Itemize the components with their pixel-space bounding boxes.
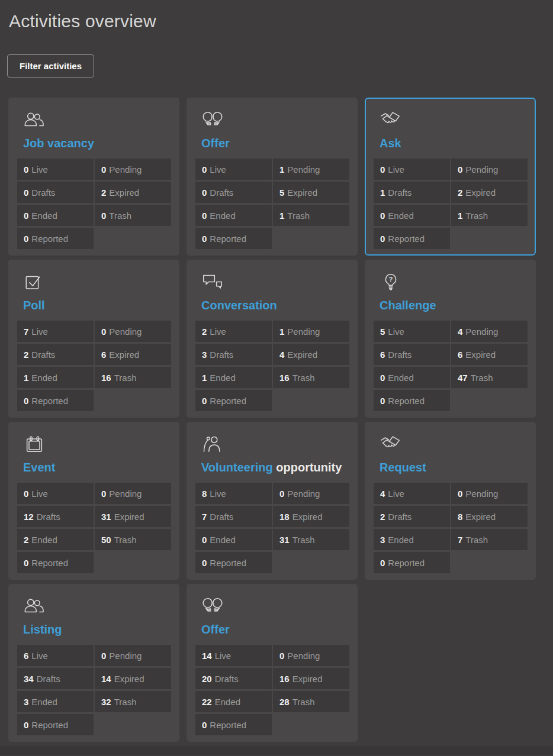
stat-cell-drafts[interactable]: 20Drafts: [195, 668, 272, 689]
stat-cell-pending[interactable]: 1Pending: [273, 321, 349, 342]
stat-cell-reported[interactable]: 0Reported: [17, 552, 94, 573]
stat-cell-reported[interactable]: 0Reported: [374, 228, 450, 249]
card-challenge[interactable]: ?Challenge5Live4Pending6Drafts6Expired0E…: [365, 260, 536, 418]
stat-cell-pending[interactable]: 0Pending: [451, 483, 528, 504]
stat-cell-drafts[interactable]: 0Drafts: [195, 182, 272, 203]
stat-cell-live[interactable]: 4Live: [374, 483, 450, 504]
stat-cell-ended[interactable]: 2Ended: [17, 529, 94, 550]
card-title-offer[interactable]: Offer: [201, 622, 349, 637]
stat-cell-live[interactable]: 2Live: [195, 321, 272, 342]
card-ask[interactable]: Ask0Live0Pending1Drafts2Expired0Ended1Tr…: [365, 98, 536, 256]
stat-cell-expired[interactable]: 8Expired: [451, 506, 528, 527]
stat-cell-pending[interactable]: 0Pending: [95, 645, 171, 666]
stat-cell-pending[interactable]: 0Pending: [95, 483, 171, 504]
stat-cell-ended[interactable]: 22Ended: [195, 691, 272, 712]
stat-cell-live[interactable]: 0Live: [374, 159, 450, 180]
card-event[interactable]: Event0Live0Pending12Drafts31Expired2Ende…: [8, 422, 179, 580]
card-title-listing[interactable]: Listing: [23, 622, 171, 637]
stat-cell-expired[interactable]: 4Expired: [273, 344, 349, 365]
stat-cell-live[interactable]: 6Live: [17, 645, 94, 666]
stat-cell-drafts[interactable]: 6Drafts: [374, 344, 450, 365]
card-listing[interactable]: Listing6Live0Pending34Drafts14Expired3En…: [8, 584, 179, 742]
stat-cell-pending[interactable]: 0Pending: [273, 645, 349, 666]
stat-cell-reported[interactable]: 0Reported: [195, 714, 272, 735]
card-title-conversation[interactable]: Conversation: [201, 298, 349, 313]
card-offer[interactable]: Offer0Live1Pending0Drafts5Expired0Ended1…: [187, 98, 358, 256]
stat-cell-drafts[interactable]: 2Drafts: [17, 344, 94, 365]
stat-cell-drafts[interactable]: 0Drafts: [17, 182, 94, 203]
stat-cell-expired[interactable]: 31Expired: [95, 506, 171, 527]
stat-cell-live[interactable]: 14Live: [195, 645, 272, 666]
stat-cell-trash[interactable]: 32Trash: [95, 691, 171, 712]
stat-cell-ended[interactable]: 0Ended: [374, 205, 450, 226]
stat-cell-live[interactable]: 0Live: [17, 159, 94, 180]
stat-cell-trash[interactable]: 47Trash: [451, 367, 528, 388]
stat-cell-drafts[interactable]: 7Drafts: [195, 506, 272, 527]
stat-cell-trash[interactable]: 1Trash: [451, 205, 528, 226]
card-title-challenge[interactable]: Challenge: [380, 298, 528, 313]
stat-cell-expired[interactable]: 2Expired: [95, 182, 171, 203]
stat-cell-live[interactable]: 0Live: [195, 159, 272, 180]
card-title-request[interactable]: Request: [380, 460, 528, 475]
stat-cell-drafts[interactable]: 12Drafts: [17, 506, 94, 527]
stat-cell-reported[interactable]: 0Reported: [374, 552, 450, 573]
stat-cell-drafts[interactable]: 3Drafts: [195, 344, 272, 365]
stat-cell-reported[interactable]: 0Reported: [195, 552, 272, 573]
stat-cell-ended[interactable]: 3Ended: [17, 691, 94, 712]
stat-cell-expired[interactable]: 5Expired: [273, 182, 349, 203]
card-title-offer[interactable]: Offer: [201, 136, 349, 151]
stat-cell-drafts[interactable]: 2Drafts: [374, 506, 450, 527]
stat-cell-ended[interactable]: 0Ended: [195, 529, 272, 550]
stat-cell-trash[interactable]: 31Trash: [273, 529, 349, 550]
stat-cell-expired[interactable]: 14Expired: [95, 668, 171, 689]
card-title-job-vacancy[interactable]: Job vacancy: [23, 136, 171, 151]
stat-cell-ended[interactable]: 0Ended: [17, 205, 94, 226]
stat-cell-pending[interactable]: 1Pending: [273, 159, 349, 180]
stat-cell-reported[interactable]: 0Reported: [17, 228, 94, 249]
card-title-poll[interactable]: Poll: [23, 298, 171, 313]
stat-cell-trash[interactable]: 16Trash: [273, 367, 349, 388]
stat-cell-expired[interactable]: 2Expired: [451, 182, 528, 203]
card-offer-2[interactable]: Offer14Live0Pending20Drafts16Expired22En…: [187, 584, 358, 742]
stat-cell-pending[interactable]: 0Pending: [95, 321, 171, 342]
stat-cell-reported[interactable]: 0Reported: [195, 390, 272, 411]
stat-cell-live[interactable]: 5Live: [374, 321, 450, 342]
stat-cell-trash[interactable]: 28Trash: [273, 691, 349, 712]
card-title-volunteering-opportunity[interactable]: Volunteering opportunity: [201, 460, 349, 475]
stat-cell-expired[interactable]: 6Expired: [451, 344, 528, 365]
stat-cell-live[interactable]: 0Live: [17, 483, 94, 504]
stat-cell-reported[interactable]: 0Reported: [374, 390, 450, 411]
stat-cell-pending[interactable]: 4Pending: [451, 321, 528, 342]
stat-cell-ended[interactable]: 1Ended: [17, 367, 94, 388]
stat-cell-pending[interactable]: 0Pending: [451, 159, 528, 180]
card-conversation[interactable]: Conversation2Live1Pending3Drafts4Expired…: [187, 260, 358, 418]
card-title-event[interactable]: Event: [23, 460, 171, 475]
stat-cell-trash[interactable]: 50Trash: [95, 529, 171, 550]
stat-cell-expired[interactable]: 18Expired: [273, 506, 349, 527]
stat-cell-ended[interactable]: 3Ended: [374, 529, 450, 550]
card-job-vacancy[interactable]: Job vacancy0Live0Pending0Drafts2Expired0…: [8, 98, 179, 256]
stat-cell-ended[interactable]: 0Ended: [195, 205, 272, 226]
stat-cell-trash[interactable]: 7Trash: [451, 529, 528, 550]
stat-cell-live[interactable]: 8Live: [195, 483, 272, 504]
stat-cell-expired[interactable]: 6Expired: [95, 344, 171, 365]
filter-activities-button[interactable]: Filter activities: [7, 54, 94, 77]
card-poll[interactable]: Poll7Live0Pending2Drafts6Expired1Ended16…: [8, 260, 179, 418]
card-volunteering-opportunity[interactable]: Volunteering opportunity8Live0Pending7Dr…: [187, 422, 358, 580]
stat-cell-expired[interactable]: 16Expired: [273, 668, 349, 689]
card-request[interactable]: Request4Live0Pending2Drafts8Expired3Ende…: [365, 422, 536, 580]
stat-cell-pending[interactable]: 0Pending: [273, 483, 349, 504]
stat-cell-reported[interactable]: 0Reported: [17, 714, 94, 735]
stat-cell-reported[interactable]: 0Reported: [17, 390, 94, 411]
stat-cell-live[interactable]: 7Live: [17, 321, 94, 342]
stat-cell-reported[interactable]: 0Reported: [195, 228, 272, 249]
stat-cell-ended[interactable]: 0Ended: [374, 367, 450, 388]
card-title-ask[interactable]: Ask: [380, 136, 528, 151]
stat-cell-trash[interactable]: 1Trash: [273, 205, 349, 226]
stat-cell-trash[interactable]: 16Trash: [95, 367, 171, 388]
stat-cell-drafts[interactable]: 34Drafts: [17, 668, 94, 689]
stat-cell-trash[interactable]: 0Trash: [95, 205, 171, 226]
stat-cell-ended[interactable]: 1Ended: [195, 367, 272, 388]
stat-cell-drafts[interactable]: 1Drafts: [374, 182, 450, 203]
stat-cell-pending[interactable]: 0Pending: [95, 159, 171, 180]
